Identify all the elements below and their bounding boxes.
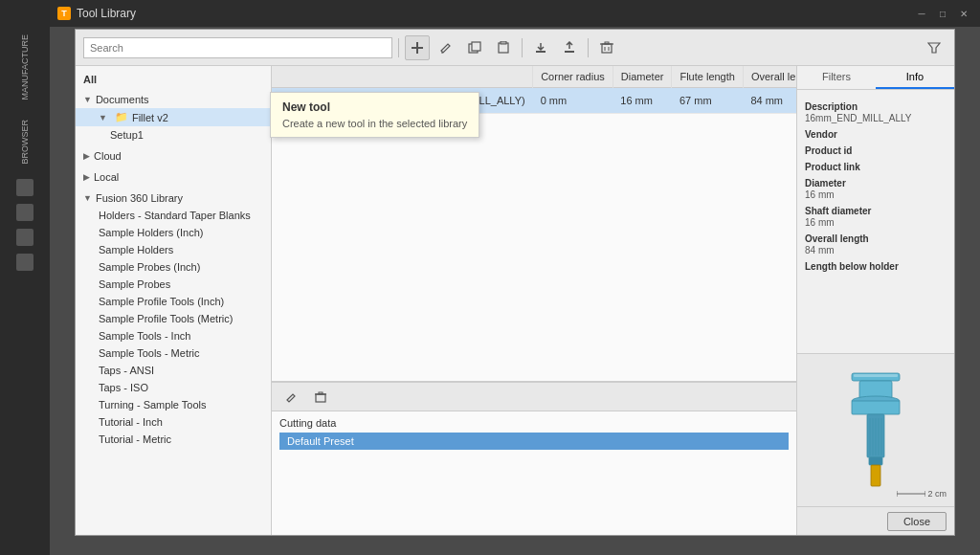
copy-button[interactable]	[462, 35, 487, 60]
dialog-wrapper: T Tool Library ─ □ ✕	[50, 0, 980, 555]
fillet-v2-chevron: ▼	[99, 113, 107, 122]
svg-rect-2	[416, 42, 418, 54]
app-left-bar: MANUFACTURE BROWSER	[0, 0, 50, 555]
tooltip-popup: New tool Create a new tool in the select…	[270, 92, 479, 138]
cell-overall-length: 84 mm	[743, 88, 796, 114]
main-content: All ▼ Documents ▼ 📁 Fillet v2	[76, 66, 954, 535]
local-header[interactable]: ▶ Local	[76, 168, 271, 186]
paste-button[interactable]	[491, 35, 516, 60]
dialog-footer: Close	[797, 506, 954, 535]
delete-preset-icon	[315, 391, 326, 403]
col-corner-radius[interactable]: Corner radius	[533, 66, 613, 88]
setup1-item[interactable]: Setup1	[76, 126, 271, 144]
tool-svg-area	[797, 354, 954, 506]
browser-icon-2[interactable]	[16, 204, 33, 221]
sample-holders-item[interactable]: Sample Holders	[76, 241, 271, 258]
svg-rect-7	[501, 41, 506, 44]
overall-length-label: Overall length	[805, 233, 947, 244]
tutorial-inch-label: Tutorial - Inch	[99, 416, 163, 428]
minimize-button[interactable]: ─	[913, 5, 930, 22]
tool-preview: 2 cm	[797, 353, 954, 506]
tutorial-metric-item[interactable]: Tutorial - Metric	[76, 431, 271, 448]
tab-info[interactable]: Info	[876, 66, 954, 89]
turning-sample-item[interactable]: Turning - Sample Tools	[76, 396, 271, 413]
svg-rect-22	[852, 401, 900, 414]
browser-icon-1[interactable]	[16, 179, 33, 196]
delete-button[interactable]	[594, 35, 619, 60]
edit-button[interactable]	[434, 35, 458, 60]
fusion-library-header[interactable]: ▼ Fusion 360 Library	[76, 189, 271, 207]
taps-iso-label: Taps - ISO	[99, 382, 148, 393]
col-flute-length[interactable]: Flute length	[672, 66, 743, 88]
copy-icon	[468, 41, 481, 55]
tab-filters-label: Filters	[822, 71, 851, 82]
preview-ruler: 2 cm	[897, 489, 947, 499]
fusion-library-label: Fusion 360 Library	[96, 192, 183, 204]
documents-chevron: ▼	[83, 95, 92, 104]
cell-flute-length: 67 mm	[672, 88, 743, 114]
cloud-header[interactable]: ▶ Cloud	[76, 147, 271, 165]
export-button[interactable]	[557, 35, 582, 60]
cloud-chevron: ▶	[83, 151, 90, 161]
svg-rect-31	[854, 374, 898, 377]
browser-icon-4[interactable]	[16, 254, 33, 271]
divider-3	[588, 38, 589, 57]
tutorial-inch-item[interactable]: Tutorial - Inch	[76, 413, 271, 431]
fillet-v2-item[interactable]: ▼ 📁 Fillet v2	[76, 108, 271, 126]
holders-taper-item[interactable]: Holders - Standard Taper Blanks	[76, 207, 271, 224]
sample-probes-label: Sample Probes	[99, 278, 170, 290]
tab-filters[interactable]: Filters	[797, 66, 876, 89]
taps-ansi-label: Taps - ANSI	[99, 365, 154, 376]
documents-header[interactable]: ▼ Documents	[76, 91, 271, 108]
divider-2	[522, 38, 523, 57]
col-diameter[interactable]: Diameter	[612, 66, 672, 88]
import-icon	[534, 41, 547, 55]
all-label: All	[76, 70, 271, 89]
taps-ansi-item[interactable]: Taps - ANSI	[76, 362, 271, 379]
sample-probes-inch-item[interactable]: Sample Probes (Inch)	[76, 258, 271, 276]
sample-holders-inch-label: Sample Holders (Inch)	[99, 227, 203, 238]
cutting-data-label: Cutting data	[272, 411, 796, 433]
sample-probes-inch-label: Sample Probes (Inch)	[99, 261, 200, 273]
title-close-button[interactable]: ✕	[955, 5, 972, 22]
new-tool-icon	[410, 40, 425, 56]
svg-rect-5	[472, 42, 480, 51]
sample-tools-metric-item[interactable]: Sample Tools - Metric	[76, 344, 271, 362]
fillet-folder-icon: 📁	[115, 111, 128, 123]
new-tool-button[interactable]	[405, 35, 430, 60]
sample-holders-inch-item[interactable]: Sample Holders (Inch)	[76, 224, 271, 241]
local-section: ▶ Local	[76, 166, 271, 188]
cell-diameter: 16 mm	[612, 88, 672, 114]
svg-rect-16	[316, 394, 325, 402]
fillet-v2-label: Fillet v2	[132, 112, 168, 123]
browser-label: BROWSER	[20, 120, 30, 165]
default-preset-item[interactable]: Default Preset	[279, 433, 789, 450]
profile-tools-metric-item[interactable]: Sample Profile Tools (Metric)	[76, 310, 271, 327]
maximize-button[interactable]: □	[934, 5, 951, 22]
tooltip-title: New tool	[282, 100, 467, 114]
tool-preview-svg	[833, 368, 919, 493]
col-overall-length[interactable]: Overall length	[743, 66, 796, 88]
profile-tools-inch-item[interactable]: Sample Profile Tools (Inch)	[76, 293, 271, 310]
import-button[interactable]	[528, 35, 553, 60]
close-button[interactable]: Close	[887, 512, 947, 531]
sample-tools-inch-item[interactable]: Sample Tools - Inch	[76, 327, 271, 344]
length-below-holder-label: Length below holder	[805, 261, 947, 272]
profile-tools-metric-label: Sample Profile Tools (Metric)	[99, 313, 233, 324]
delete-preset-button[interactable]	[308, 385, 333, 410]
filter-icon	[927, 41, 941, 55]
filter-button[interactable]	[922, 35, 947, 60]
right-panel: Filters Info Description 16mm_END_MILL_A…	[796, 66, 954, 535]
search-input[interactable]	[83, 37, 392, 58]
sample-probes-item[interactable]: Sample Probes	[76, 276, 271, 293]
paste-icon	[497, 41, 510, 55]
svg-rect-10	[605, 42, 609, 44]
documents-label: Documents	[96, 94, 149, 105]
window-controls: ─ □ ✕	[913, 5, 972, 22]
product-link-label: Product link	[805, 162, 947, 172]
edit-preset-button[interactable]	[279, 385, 304, 410]
taps-iso-item[interactable]: Taps - ISO	[76, 379, 271, 396]
browser-icon-3[interactable]	[16, 229, 33, 246]
main-dialog: All ▼ Documents ▼ 📁 Fillet v2	[75, 29, 955, 536]
diameter-value: 16 mm	[805, 189, 947, 200]
